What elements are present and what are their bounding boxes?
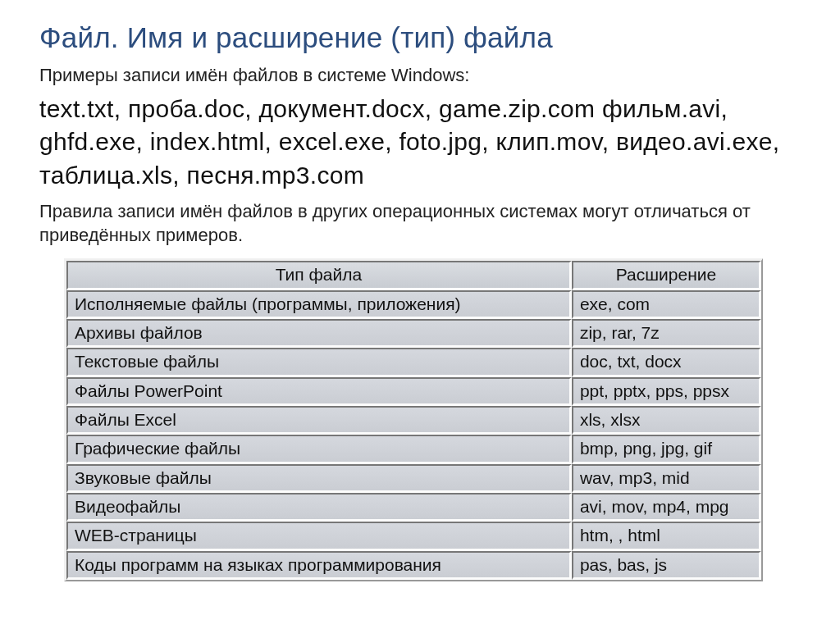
page-title: Файл. Имя и расширение (тип) файла bbox=[39, 21, 801, 54]
cell-ext: xls, xlsx bbox=[572, 406, 761, 435]
cell-ext: wav, mp3, mid bbox=[572, 464, 761, 493]
cell-type: Коды программ на языках программирования bbox=[66, 551, 572, 580]
cell-type: Файлы PowerPoint bbox=[66, 377, 572, 406]
cell-type: Текстовые файлы bbox=[66, 348, 572, 376]
cell-type: Исполняемые файлы (программы, приложения… bbox=[66, 290, 572, 319]
cell-ext: ppt, pptx, pps, ppsx bbox=[572, 377, 761, 406]
cell-ext: zip, rar, 7z bbox=[572, 319, 761, 348]
table-header-row: Тип файла Расширение bbox=[66, 261, 761, 289]
file-types-table: Тип файла Расширение Исполняемые файлы (… bbox=[64, 258, 763, 581]
intro-text: Примеры записи имён файлов в системе Win… bbox=[39, 64, 801, 88]
cell-ext: bmp, png, jpg, gif bbox=[572, 435, 761, 463]
note-text: Правила записи имён файлов в других опер… bbox=[39, 200, 801, 247]
cell-type: Графические файлы bbox=[66, 435, 572, 463]
filename-examples: text.txt, проба.doc, документ.docx, game… bbox=[39, 93, 801, 193]
cell-type: WEB-страницы bbox=[66, 522, 572, 550]
cell-ext: doc, txt, docx bbox=[572, 348, 761, 376]
cell-ext: exe, com bbox=[572, 290, 761, 319]
header-ext: Расширение bbox=[572, 261, 761, 289]
table-row: Файлы PowerPoint ppt, pptx, pps, ppsx bbox=[66, 377, 761, 406]
cell-type: Видеофайлы bbox=[66, 493, 572, 522]
table-row: Видеофайлы avi, mov, mp4, mpg bbox=[66, 493, 761, 522]
cell-ext: avi, mov, mp4, mpg bbox=[572, 493, 761, 522]
table-row: Архивы файлов zip, rar, 7z bbox=[66, 319, 761, 348]
cell-type: Файлы Excel bbox=[66, 406, 572, 435]
cell-type: Звуковые файлы bbox=[66, 464, 572, 493]
table-row: WEB-страницы htm, , html bbox=[66, 522, 761, 550]
table-row: Звуковые файлы wav, mp3, mid bbox=[66, 464, 761, 493]
header-type: Тип файла bbox=[66, 261, 572, 289]
table-row: Текстовые файлы doc, txt, docx bbox=[66, 348, 761, 376]
slide-content: Файл. Имя и расширение (тип) файла Приме… bbox=[0, 0, 840, 598]
table-row: Исполняемые файлы (программы, приложения… bbox=[66, 290, 761, 319]
cell-type: Архивы файлов bbox=[66, 319, 572, 348]
table-row: Графические файлы bmp, png, jpg, gif bbox=[66, 435, 761, 463]
table-row: Файлы Excel xls, xlsx bbox=[66, 406, 761, 435]
table-row: Коды программ на языках программирования… bbox=[66, 551, 761, 580]
cell-ext: pas, bas, js bbox=[572, 551, 761, 580]
cell-ext: htm, , html bbox=[572, 522, 761, 550]
